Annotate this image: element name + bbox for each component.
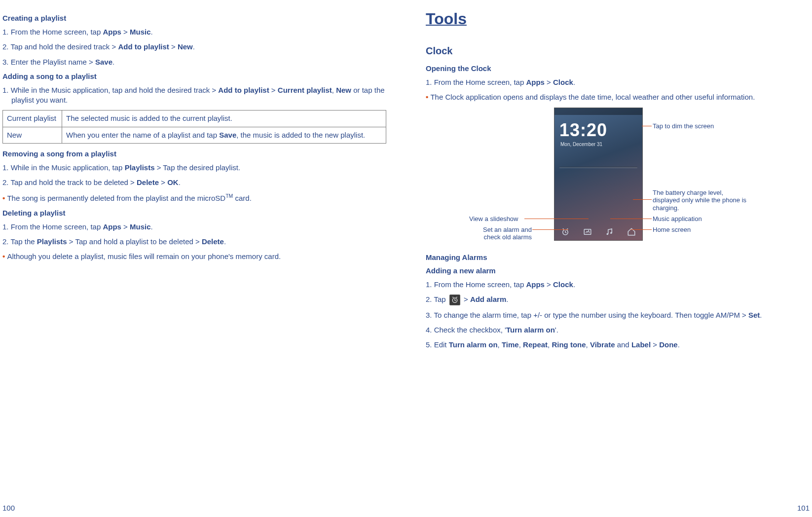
- step: 5. Edit Turn alarm on, Time, Repeat, Rin…: [426, 340, 810, 350]
- annot-dim: Tap to dim the screen: [653, 122, 714, 130]
- slideshow-icon: [583, 227, 592, 236]
- bullet: The Clock application opens and displays…: [426, 92, 810, 102]
- step: 1. From the Home screen, tap Apps > Cloc…: [426, 280, 810, 290]
- step: 1. While in the Music application, tap P…: [2, 163, 386, 173]
- bullet: The song is permanently deleted from the…: [2, 192, 386, 203]
- heading-deleting-playlist: Deleting a playlist: [2, 209, 386, 217]
- leader-line: [532, 229, 568, 230]
- leader-line: [630, 229, 652, 230]
- heading-adding-song: Adding a song to a playlist: [2, 72, 386, 80]
- phone-icon-row: [554, 227, 642, 236]
- step: 4. Check the checkbox, 'Turn alarm on'.: [426, 325, 810, 335]
- step: 1. From the Home screen, tap Apps > Musi…: [2, 222, 386, 232]
- step: 1. From the Home screen, tap Apps > Cloc…: [426, 77, 810, 87]
- heading-opening-clock: Opening the Clock: [426, 64, 810, 73]
- clock-time: 13:20: [559, 120, 642, 141]
- leader-line: [610, 219, 652, 219]
- bullet: Although you delete a playlist, music fi…: [2, 252, 386, 261]
- step: 3. To change the alarm time, tap +/- or …: [426, 310, 810, 320]
- page-number-right: 101: [797, 504, 810, 512]
- annot-home: Home screen: [653, 226, 691, 234]
- clock-figure: 13:20 Mon, December 31 Tap to dim the sc…: [426, 108, 810, 246]
- svg-point-2: [607, 233, 608, 234]
- leader-line: [524, 219, 589, 219]
- home-icon: [627, 227, 636, 236]
- heading-adding-alarm: Adding a new alarm: [426, 266, 810, 275]
- step: 2. Tap and hold the track to be deleted …: [2, 178, 386, 187]
- alarm-button-icon: [449, 295, 460, 305]
- annot-slideshow: View a slideshow: [469, 215, 518, 223]
- table-row: Current playlist The selected music is a…: [3, 111, 386, 127]
- annot-battery: The battery charge level, displayed only…: [653, 189, 751, 212]
- table-row: New When you enter the name of a playlis…: [3, 127, 386, 143]
- heading-creating-playlist: Creating a playlist: [2, 14, 386, 22]
- step: 1. While in the Music application, tap a…: [2, 85, 386, 106]
- music-icon: [605, 227, 614, 236]
- clock-date: Mon, December 31: [560, 142, 642, 147]
- right-page: Tools Clock Opening the Clock 1. From th…: [406, 0, 812, 517]
- heading-clock: Clock: [426, 45, 810, 57]
- chapter-title: Tools: [426, 10, 810, 28]
- leader-line: [642, 126, 652, 126]
- svg-point-3: [610, 232, 612, 233]
- step: 2. Tap and hold the desired track > Add …: [2, 42, 386, 52]
- leader-line: [633, 199, 652, 200]
- left-page: Creating a playlist 1. From the Home scr…: [0, 0, 406, 517]
- annot-music: Music application: [653, 215, 702, 223]
- playlist-options-table: Current playlist The selected music is a…: [2, 110, 386, 144]
- alarm-icon: [561, 227, 570, 236]
- page-number-left: 100: [2, 504, 15, 512]
- annot-alarm: Set an alarm and check old alarms: [465, 226, 532, 241]
- heading-removing-song: Removing a song from a playlist: [2, 149, 386, 158]
- step: 3. Enter the Playlist name > Save.: [2, 57, 386, 67]
- step: 1. From the Home screen, tap Apps > Musi…: [2, 27, 386, 37]
- step: 2. Tap the Playlists > Tap and hold a pl…: [2, 237, 386, 247]
- heading-managing-alarms: Managing Alarms: [426, 253, 810, 261]
- phone-statusbar: [554, 108, 642, 115]
- step: 2. Tap > Add alarm.: [426, 295, 810, 305]
- phone-screenshot: 13:20 Mon, December 31: [554, 108, 643, 241]
- phone-divider: [559, 167, 637, 168]
